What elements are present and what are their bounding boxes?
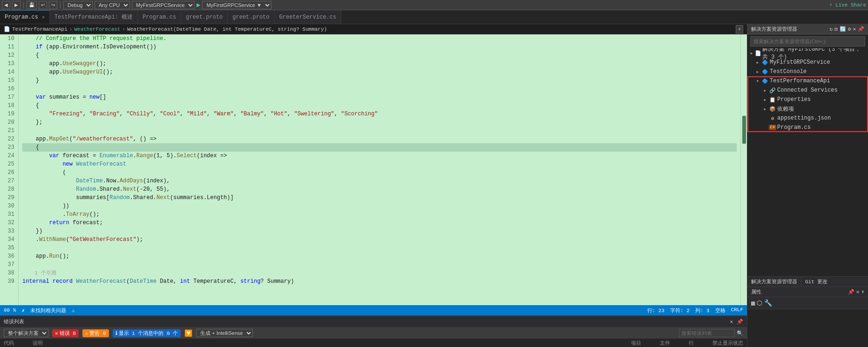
cpu-dropdown[interactable]: Any CPU <box>95 1 130 9</box>
pin-icon[interactable]: 📌 <box>858 26 864 32</box>
connected-services-icon: 🔗 <box>769 87 776 93</box>
settings-icon[interactable]: ⚙ <box>848 26 851 32</box>
line-num: 11 <box>4 43 14 51</box>
warning-label: 警告 0 <box>89 330 106 337</box>
play-button[interactable]: ▶ <box>197 1 200 9</box>
code-editor[interactable]: 10 11 12 13 14 15 16 17 18 19 20 21 22 2… <box>0 34 747 305</box>
save-button[interactable]: 💾 <box>27 1 37 9</box>
properties-controls: 📌 ✕ ⬆ <box>848 289 864 295</box>
message-badge[interactable]: ℹ 显示 1 个消息中的 0 个 <box>113 329 181 337</box>
build-dropdown[interactable]: 生成 + IntelliSense <box>196 329 253 337</box>
tab-solution-explorer[interactable]: 解决方案资源管理器 <box>747 277 801 287</box>
hex-icon[interactable]: ⬡ <box>757 299 762 307</box>
close-icon[interactable]: ✕ <box>856 289 860 295</box>
tree-solution[interactable]: ▶ 📄 解决方案'MyFirstGRPC'(3 个项目，共 3 个) <box>747 48 868 58</box>
arrow-icon: ▶ <box>762 107 768 111</box>
code-line-24: var forecast = Enumerable.Range(1, 5).Se… <box>22 152 737 160</box>
properties-title: 属性 <box>751 288 761 295</box>
line-num: 22 <box>4 135 14 143</box>
grid-icon[interactable]: ▦ <box>751 299 755 307</box>
back-button[interactable]: ◀ <box>2 1 10 9</box>
error-badge[interactable]: ✕ 错误 0 <box>52 329 79 337</box>
col-description: 说明 <box>33 340 43 347</box>
forward-button[interactable]: ▶ <box>12 1 20 9</box>
close-panel-icon: ✕ <box>730 319 733 325</box>
tree-testconsole[interactable]: ▶ 🔷 TestConsole <box>747 67 868 76</box>
col-file: 文件 <box>660 340 670 347</box>
code-line-30: )) <box>22 202 737 210</box>
expand-icon[interactable]: ⬆ <box>861 289 864 295</box>
line-num: 12 <box>4 51 14 60</box>
tree-properties[interactable]: ▶ 📋 Properties <box>747 95 868 104</box>
line-num: 14 <box>4 68 14 76</box>
line-num: 30 <box>4 202 14 210</box>
code-line-37 <box>22 260 737 269</box>
filter-icon[interactable]: 🔽 <box>184 329 192 337</box>
error-label: 未找到相关问题 <box>30 307 66 314</box>
code-content[interactable]: // Configure the HTTP request pipeline. … <box>19 34 740 305</box>
scrollbar-thumb[interactable] <box>742 116 746 144</box>
breadcrumb-namespace: TestPerformanceApi <box>12 27 68 32</box>
solution-explorer-title: 解决方案资源管理器 <box>751 26 797 33</box>
tree-program-cs[interactable]: C# Program.cs <box>747 123 868 132</box>
solution-icon: 📄 <box>755 50 761 56</box>
error-search-input[interactable] <box>679 329 735 337</box>
code-line-10: // Configure the HTTP request pipeline. <box>22 34 737 43</box>
expand-button[interactable]: + <box>736 25 743 33</box>
tab-close-icon[interactable]: ✕ <box>42 14 45 20</box>
line-num: 27 <box>4 177 14 185</box>
service-dropdown[interactable]: MyFirstGRPCService <box>132 1 195 9</box>
undo-button[interactable]: ↩ <box>39 1 47 9</box>
message-label: 显示 1 个消息中的 0 个 <box>119 330 178 337</box>
top-toolbar: ◀ ▶ 💾 ↩ ↪ Debug Any CPU MyFirstGRPCServi… <box>0 0 868 10</box>
sync-icon[interactable]: ↻ <box>830 26 833 32</box>
testperformanceapi-section: ▼ 🔷 TestPerformanceApi ▶ 🔗 Connected Ser… <box>747 76 868 132</box>
tab-label: greet.proto <box>232 14 269 20</box>
panel-close-icon[interactable]: ✕ <box>853 26 856 32</box>
line-num: 20 <box>4 118 14 127</box>
tab-program-cs[interactable]: Program.cs ✕ <box>0 10 50 24</box>
code-line-20: }; <box>22 118 737 127</box>
arrow-icon: ▶ <box>749 51 754 55</box>
properties-panel: 属性 📌 ✕ ⬆ ▦ ⬡ 🔧 <box>747 287 868 347</box>
line-num: 21 <box>4 127 14 135</box>
scope-dropdown[interactable]: 整个解决方案 <box>4 329 48 337</box>
refresh-icon[interactable]: 🔄 <box>840 26 846 32</box>
line-num: 29 <box>4 194 14 202</box>
warning-badge[interactable]: ⚠ 警告 0 <box>82 329 109 337</box>
json-icon: ⚙ <box>769 115 776 121</box>
line-num: 24 <box>4 152 14 160</box>
tree-testperformanceapi[interactable]: ▼ 🔷 TestPerformanceApi <box>747 76 868 86</box>
pin-icon[interactable]: 📌 <box>848 289 854 295</box>
cs-file-icon: C# <box>769 125 776 130</box>
tab-program-cs-2[interactable]: Program.cs <box>138 10 181 24</box>
tree-connected-services[interactable]: ▶ 🔗 Connected Services <box>747 86 868 95</box>
warning-icon: ⚠ <box>85 330 88 336</box>
solution-tree: ▶ 📄 解决方案'MyFirstGRPC'(3 个项目，共 3 个) ▶ 🔷 M… <box>747 48 868 276</box>
redo-button[interactable]: ↪ <box>49 1 57 9</box>
code-line-38: 1 个引用 <box>22 269 737 277</box>
tab-greet-proto-2[interactable]: greet.proto <box>228 10 274 24</box>
error-list-columns: 代码 说明 项目 文件 行 禁止显示状态 <box>0 339 747 347</box>
tree-appsettings[interactable]: ⚙ appsettings.json <box>747 113 868 123</box>
tab-greet-proto-1[interactable]: greet.proto <box>181 10 228 24</box>
solution-search-input[interactable] <box>753 39 862 44</box>
arrow-icon: ▶ <box>755 60 760 65</box>
wrench-icon[interactable]: 🔧 <box>764 299 772 307</box>
code-line-18: { <box>22 101 737 110</box>
code-line-15: } <box>22 76 737 85</box>
error-label: 错误 0 <box>60 330 76 337</box>
tab-git-changes[interactable]: Git 更改 <box>801 277 831 287</box>
live-share-button[interactable]: ⚡ Live Share <box>829 2 866 8</box>
col-info: 字符: 2 <box>670 307 690 314</box>
pin-icon: 📌 <box>737 319 743 325</box>
tree-dependencies[interactable]: ▶ 📦 依赖项 <box>747 104 868 113</box>
debug-dropdown[interactable]: Debug <box>63 1 93 9</box>
tab-testperformanceapi[interactable]: TestPerformanceApi: 概述 <box>50 10 138 24</box>
tree-label: 依赖项 <box>777 105 794 113</box>
collapse-icon[interactable]: ⊟ <box>834 26 838 32</box>
vertical-scrollbar[interactable] <box>740 34 747 305</box>
tree-label: Properties <box>777 96 811 103</box>
tab-greeter-service[interactable]: GreeterService.cs <box>275 10 341 24</box>
run-dropdown[interactable]: MyFirstGRPCService ▼ <box>202 1 271 9</box>
